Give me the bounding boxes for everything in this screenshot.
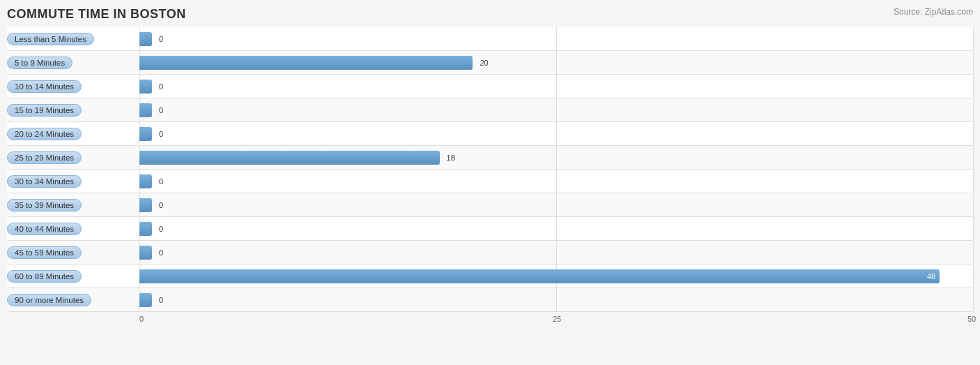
bar-fill-zero (139, 127, 152, 141)
bar-fill (139, 151, 440, 165)
table-row: 30 to 34 Minutes0 (7, 170, 973, 193)
bar-track: 18 (139, 146, 973, 169)
bar-label: 25 to 29 Minutes (7, 151, 139, 164)
bar-value: 20 (480, 59, 488, 67)
grid-line (973, 193, 974, 216)
bar-value: 18 (447, 154, 455, 162)
table-row: 40 to 44 Minutes0 (7, 217, 973, 241)
bar-value: 0 (159, 225, 163, 233)
bar-track: 0 (139, 170, 973, 193)
grid-line (556, 193, 557, 216)
bar-track: 20 (139, 51, 973, 74)
table-row: 60 to 89 Minutes48 (7, 265, 973, 288)
bar-fill (139, 56, 473, 70)
bar-label-pill: 5 to 9 Minutes (7, 57, 72, 69)
bars-wrapper: Less than 5 Minutes05 to 9 Minutes2010 t… (7, 27, 973, 312)
x-tick-label: 50 (967, 315, 976, 323)
bar-fill-zero (139, 103, 152, 117)
bar-label-pill: 25 to 29 Minutes (7, 151, 82, 164)
bar-value: 0 (159, 130, 163, 138)
grid-line (973, 265, 974, 288)
bar-track: 0 (139, 75, 973, 98)
table-row: 5 to 9 Minutes20 (7, 51, 973, 75)
bar-label-pill: 10 to 14 Minutes (7, 80, 82, 93)
bar-label-pill: 90 or more Minutes (7, 294, 91, 306)
grid-line (556, 122, 557, 145)
bar-label: 20 to 24 Minutes (7, 128, 139, 140)
bar-fill-zero (139, 198, 152, 212)
grid-line (973, 146, 974, 169)
bar-fill: 48 (139, 269, 940, 283)
chart-container: COMMUTE TIME IN BOSTON Source: ZipAtlas.… (0, 0, 980, 365)
grid-line (973, 27, 974, 50)
grid-line (556, 51, 557, 74)
chart-header: COMMUTE TIME IN BOSTON Source: ZipAtlas.… (7, 7, 973, 22)
bar-label: 45 to 59 Minutes (7, 246, 139, 259)
bar-fill-zero (139, 80, 152, 94)
bar-label: 30 to 34 Minutes (7, 175, 139, 188)
bar-label-pill: 35 to 39 Minutes (7, 199, 82, 211)
x-axis: 02550 (139, 315, 973, 322)
table-row: 15 to 19 Minutes0 (7, 98, 973, 122)
bar-value: 0 (159, 106, 163, 114)
bar-fill-zero (139, 246, 152, 260)
grid-line (556, 27, 557, 50)
bar-label: 35 to 39 Minutes (7, 199, 139, 211)
grid-line (556, 98, 557, 121)
grid-line (973, 288, 974, 311)
table-row: 25 to 29 Minutes18 (7, 146, 973, 170)
bar-value: 0 (159, 35, 163, 43)
bar-value-inside: 48 (927, 272, 935, 281)
grid-line (973, 217, 974, 240)
bar-track: 0 (139, 288, 973, 311)
grid-line (556, 288, 557, 311)
grid-line (973, 51, 974, 74)
table-row: 10 to 14 Minutes0 (7, 75, 973, 98)
chart-body: Less than 5 Minutes05 to 9 Minutes2010 t… (7, 27, 973, 322)
bar-track: 0 (139, 241, 973, 264)
bar-value: 0 (159, 248, 163, 257)
bar-track: 0 (139, 193, 973, 216)
table-row: Less than 5 Minutes0 (7, 27, 973, 51)
grid-line (973, 75, 974, 98)
x-tick-label: 0 (139, 315, 144, 323)
bar-track: 0 (139, 27, 973, 50)
bar-track: 48 (139, 265, 973, 288)
bar-label: Less than 5 Minutes (7, 33, 139, 45)
bar-track: 0 (139, 122, 973, 145)
grid-line (556, 241, 557, 264)
grid-line (556, 217, 557, 240)
bar-value: 0 (159, 201, 163, 209)
bar-value: 0 (159, 82, 163, 91)
bar-value: 0 (159, 177, 163, 186)
bar-label: 90 or more Minutes (7, 294, 139, 306)
bar-label: 5 to 9 Minutes (7, 57, 139, 69)
bar-fill-zero (139, 222, 152, 236)
bar-track: 0 (139, 217, 973, 240)
bar-label: 10 to 14 Minutes (7, 80, 139, 93)
grid-line (556, 146, 557, 169)
bar-label: 40 to 44 Minutes (7, 223, 139, 235)
bar-fill-zero (139, 293, 152, 307)
bar-label-pill: Less than 5 Minutes (7, 33, 94, 45)
grid-line (973, 170, 974, 193)
bar-fill-zero (139, 32, 152, 46)
table-row: 20 to 24 Minutes0 (7, 122, 973, 146)
table-row: 45 to 59 Minutes0 (7, 241, 973, 265)
chart-source: Source: ZipAtlas.com (894, 7, 973, 17)
chart-title: COMMUTE TIME IN BOSTON (7, 7, 186, 22)
table-row: 90 or more Minutes0 (7, 288, 973, 312)
x-tick-label: 25 (553, 315, 561, 323)
grid-line (973, 122, 974, 145)
bar-label-pill: 40 to 44 Minutes (7, 223, 82, 235)
grid-line (556, 170, 557, 193)
bar-label-pill: 45 to 59 Minutes (7, 246, 82, 259)
grid-line (973, 241, 974, 264)
grid-line (973, 98, 974, 121)
bar-label: 60 to 89 Minutes (7, 270, 139, 283)
bar-label-pill: 60 to 89 Minutes (7, 270, 82, 283)
bar-label-pill: 30 to 34 Minutes (7, 175, 82, 188)
bar-label-pill: 20 to 24 Minutes (7, 128, 82, 140)
table-row: 35 to 39 Minutes0 (7, 193, 973, 217)
bar-track: 0 (139, 98, 973, 121)
